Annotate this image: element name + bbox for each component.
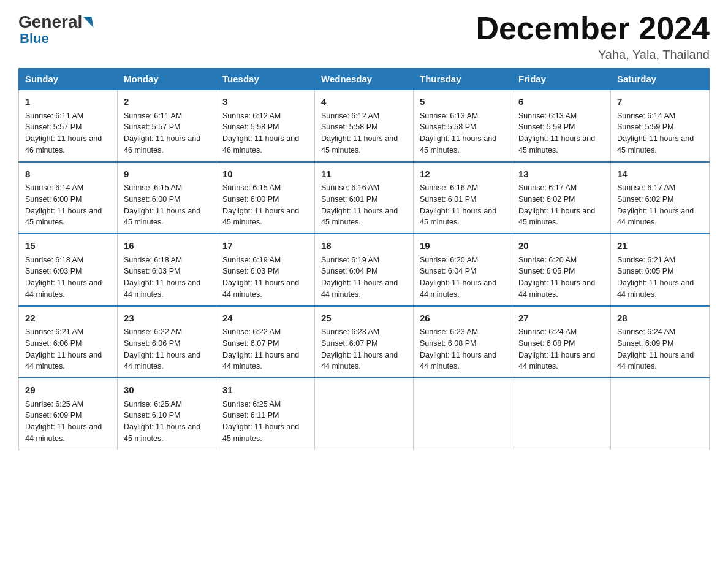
sunrise-info: Sunrise: 6:13 AM: [518, 112, 577, 120]
day-of-week-header: Thursday: [414, 69, 512, 90]
daylight-info: Daylight: 11 hours and 45 minutes.: [420, 134, 496, 155]
daylight-info: Daylight: 11 hours and 45 minutes.: [321, 207, 398, 227]
sunrise-info: Sunrise: 6:20 AM: [518, 256, 577, 264]
calendar-day-cell: 3Sunrise: 6:12 AMSunset: 5:58 PMDaylight…: [216, 90, 315, 162]
sunset-info: Sunset: 6:01 PM: [321, 195, 377, 204]
calendar-day-cell: [611, 378, 710, 450]
sunset-info: Sunset: 6:04 PM: [420, 267, 476, 275]
day-number: 4: [321, 95, 407, 109]
day-number: 15: [25, 239, 111, 253]
day-number: 24: [222, 312, 308, 326]
sunset-info: Sunset: 6:03 PM: [222, 267, 279, 275]
calendar-week-row: 15Sunrise: 6:18 AMSunset: 6:03 PMDayligh…: [19, 234, 710, 306]
logo: General Blue: [18, 12, 93, 47]
daylight-info: Daylight: 11 hours and 44 minutes.: [617, 278, 694, 299]
calendar-day-cell: 13Sunrise: 6:17 AMSunset: 6:02 PMDayligh…: [512, 162, 611, 234]
sunset-info: Sunset: 6:03 PM: [124, 267, 180, 275]
sunset-info: Sunset: 5:58 PM: [222, 123, 279, 131]
calendar-day-cell: 14Sunrise: 6:17 AMSunset: 6:02 PMDayligh…: [611, 162, 710, 234]
day-of-week-header: Monday: [118, 69, 216, 90]
day-number: 3: [222, 95, 308, 109]
daylight-info: Daylight: 11 hours and 45 minutes.: [124, 207, 200, 227]
calendar-day-cell: 9Sunrise: 6:15 AMSunset: 6:00 PMDaylight…: [118, 162, 216, 234]
day-number: 7: [617, 95, 703, 109]
calendar-day-cell: 23Sunrise: 6:22 AMSunset: 6:06 PMDayligh…: [118, 306, 216, 378]
sunrise-info: Sunrise: 6:25 AM: [25, 400, 83, 408]
sunrise-info: Sunrise: 6:24 AM: [518, 327, 577, 336]
daylight-info: Daylight: 11 hours and 44 minutes.: [321, 351, 398, 371]
sunset-info: Sunset: 6:09 PM: [617, 339, 673, 348]
calendar-day-cell: 11Sunrise: 6:16 AMSunset: 6:01 PMDayligh…: [315, 162, 414, 234]
day-number: 10: [222, 167, 308, 182]
sunset-info: Sunset: 6:05 PM: [518, 267, 575, 275]
day-number: 22: [25, 312, 111, 326]
sunrise-info: Sunrise: 6:21 AM: [617, 256, 675, 264]
daylight-info: Daylight: 11 hours and 44 minutes.: [124, 351, 200, 371]
sunset-info: Sunset: 5:57 PM: [25, 123, 82, 131]
daylight-info: Daylight: 11 hours and 46 minutes.: [222, 134, 299, 155]
daylight-info: Daylight: 11 hours and 44 minutes.: [518, 351, 595, 371]
calendar-day-cell: 22Sunrise: 6:21 AMSunset: 6:06 PMDayligh…: [19, 306, 118, 378]
calendar-week-row: 1Sunrise: 6:11 AMSunset: 5:57 PMDaylight…: [19, 90, 710, 162]
calendar-week-row: 22Sunrise: 6:21 AMSunset: 6:06 PMDayligh…: [19, 306, 710, 378]
daylight-info: Daylight: 11 hours and 45 minutes.: [518, 207, 595, 227]
daylight-info: Daylight: 11 hours and 44 minutes.: [222, 278, 299, 299]
logo-blue-text: Blue: [20, 31, 49, 47]
daylight-info: Daylight: 11 hours and 45 minutes.: [617, 134, 694, 155]
sunset-info: Sunset: 6:09 PM: [25, 411, 82, 419]
day-number: 8: [25, 167, 111, 182]
sunset-info: Sunset: 6:07 PM: [222, 339, 279, 348]
day-number: 21: [617, 239, 703, 253]
sunrise-info: Sunrise: 6:24 AM: [617, 327, 675, 336]
sunrise-info: Sunrise: 6:14 AM: [617, 112, 675, 120]
calendar-day-cell: 8Sunrise: 6:14 AMSunset: 6:00 PMDaylight…: [19, 162, 118, 234]
sunrise-info: Sunrise: 6:14 AM: [25, 183, 83, 192]
sunset-info: Sunset: 5:58 PM: [321, 123, 377, 131]
day-number: 16: [124, 239, 210, 253]
day-number: 13: [518, 167, 604, 182]
sunset-info: Sunset: 6:03 PM: [25, 267, 82, 275]
daylight-info: Daylight: 11 hours and 44 minutes.: [321, 278, 398, 299]
daylight-info: Daylight: 11 hours and 44 minutes.: [420, 351, 496, 371]
sunrise-info: Sunrise: 6:18 AM: [25, 256, 83, 264]
calendar-day-cell: 30Sunrise: 6:25 AMSunset: 6:10 PMDayligh…: [118, 378, 216, 450]
sunset-info: Sunset: 6:00 PM: [124, 195, 180, 204]
sunrise-info: Sunrise: 6:18 AM: [124, 256, 182, 264]
calendar-day-cell: 4Sunrise: 6:12 AMSunset: 5:58 PMDaylight…: [315, 90, 414, 162]
sunrise-info: Sunrise: 6:23 AM: [420, 327, 478, 336]
day-of-week-header: Wednesday: [315, 69, 414, 90]
sunrise-info: Sunrise: 6:15 AM: [222, 183, 281, 192]
sunrise-info: Sunrise: 6:11 AM: [25, 112, 83, 120]
daylight-info: Daylight: 11 hours and 44 minutes.: [25, 423, 102, 443]
sunset-info: Sunset: 6:00 PM: [25, 195, 82, 204]
month-title: December 2024: [476, 12, 710, 44]
page-header: General Blue December 2024 Yaha, Yala, T…: [18, 12, 710, 62]
calendar-day-cell: 27Sunrise: 6:24 AMSunset: 6:08 PMDayligh…: [512, 306, 611, 378]
day-number: 31: [222, 383, 308, 397]
sunrise-info: Sunrise: 6:12 AM: [321, 112, 379, 120]
sunset-info: Sunset: 5:57 PM: [124, 123, 180, 131]
daylight-info: Daylight: 11 hours and 44 minutes.: [25, 351, 102, 371]
sunrise-info: Sunrise: 6:17 AM: [518, 183, 577, 192]
sunset-info: Sunset: 6:02 PM: [518, 195, 575, 204]
calendar-header-row: SundayMondayTuesdayWednesdayThursdayFrid…: [19, 69, 710, 90]
sunset-info: Sunset: 6:05 PM: [617, 267, 673, 275]
calendar-day-cell: 16Sunrise: 6:18 AMSunset: 6:03 PMDayligh…: [118, 234, 216, 306]
day-number: 20: [518, 239, 604, 253]
title-area: December 2024 Yaha, Yala, Thailand: [476, 12, 710, 62]
sunset-info: Sunset: 5:59 PM: [518, 123, 575, 131]
daylight-info: Daylight: 11 hours and 45 minutes.: [321, 134, 398, 155]
day-of-week-header: Saturday: [611, 69, 710, 90]
sunset-info: Sunset: 6:06 PM: [25, 339, 82, 348]
calendar-day-cell: 26Sunrise: 6:23 AMSunset: 6:08 PMDayligh…: [414, 306, 512, 378]
daylight-info: Daylight: 11 hours and 45 minutes.: [222, 207, 299, 227]
sunset-info: Sunset: 6:08 PM: [420, 339, 476, 348]
daylight-info: Daylight: 11 hours and 44 minutes.: [617, 351, 694, 371]
sunrise-info: Sunrise: 6:13 AM: [420, 112, 478, 120]
calendar-table: SundayMondayTuesdayWednesdayThursdayFrid…: [18, 68, 710, 450]
daylight-info: Daylight: 11 hours and 44 minutes.: [420, 278, 496, 299]
sunset-info: Sunset: 6:08 PM: [518, 339, 575, 348]
calendar-day-cell: 28Sunrise: 6:24 AMSunset: 6:09 PMDayligh…: [611, 306, 710, 378]
day-number: 23: [124, 312, 210, 326]
sunset-info: Sunset: 6:11 PM: [222, 411, 279, 419]
